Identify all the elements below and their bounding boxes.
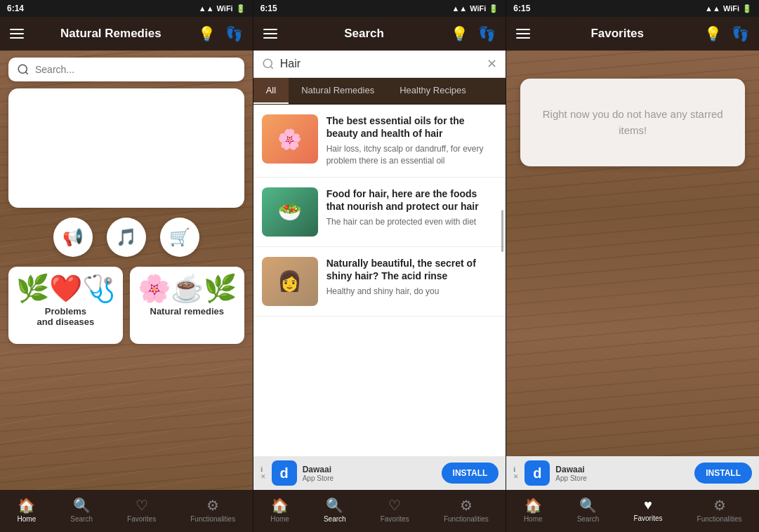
hair-search-input[interactable] bbox=[280, 58, 482, 70]
menu-icon[interactable] bbox=[10, 29, 24, 39]
ad-text-2: Dawaai App Store bbox=[303, 465, 436, 482]
problems-icon: 🌿❤️🩺 bbox=[16, 275, 115, 302]
clear-search-button[interactable]: ✕ bbox=[487, 56, 497, 72]
problems-diseases-card[interactable]: 🌿❤️🩺 Problems and diseases bbox=[8, 267, 123, 344]
nav-functionalities-3[interactable]: ⚙ Functionalities bbox=[697, 497, 742, 523]
tab-all[interactable]: All bbox=[253, 78, 289, 104]
search-bar-icon bbox=[262, 58, 275, 70]
ad-banner-3: ℹ✕ d Dawaai App Store INSTALL bbox=[506, 456, 759, 490]
home-icon: 🏠 bbox=[18, 497, 35, 514]
ad-text-3: Dawaai App Store bbox=[555, 465, 689, 482]
status-icons-2: ▲▲ WiFi 🔋 bbox=[451, 4, 499, 13]
nav-title-3: Favorites bbox=[590, 27, 644, 41]
content-card bbox=[8, 88, 244, 208]
favorites-content: Right now you do not have any starred it… bbox=[506, 51, 759, 456]
result-desc-2: The hair can be protected even with diet bbox=[326, 216, 498, 228]
svg-line-1 bbox=[25, 72, 27, 74]
result-title-3: Naturally beautiful, the secret of shiny… bbox=[326, 257, 498, 282]
result-thumb-2: 🥗 bbox=[262, 187, 318, 237]
nav-functionalities-1[interactable]: ⚙ Functionalities bbox=[190, 497, 235, 523]
megaphone-button[interactable]: 📢 bbox=[53, 218, 93, 257]
result-item-1[interactable]: 🌸 The best essential oils for the beauty… bbox=[253, 105, 506, 178]
nav-right-icons-2: 💡 👣 bbox=[451, 25, 496, 42]
result-text-3: Naturally beautiful, the secret of shiny… bbox=[326, 257, 498, 306]
menu-icon-2[interactable] bbox=[263, 29, 277, 39]
functionalities-label: Functionalities bbox=[190, 515, 235, 523]
nav-functionalities-2[interactable]: ⚙ Functionalities bbox=[444, 497, 489, 523]
home-content: 📢 🎵 🛒 🌿❤️🩺 Problems and diseases 🌸☕🌿 Nat… bbox=[0, 51, 253, 490]
empty-favorites-card: Right now you do not have any starred it… bbox=[520, 79, 745, 166]
svg-point-0 bbox=[18, 65, 27, 73]
nav-right-icons-1: 💡 👣 bbox=[198, 25, 243, 42]
nav-favorites-1[interactable]: ♡ Favorites bbox=[127, 497, 156, 523]
ad-store-2: App Store bbox=[303, 474, 436, 482]
search-input[interactable] bbox=[35, 64, 236, 75]
status-bar-2: 6:15 ▲▲ WiFi 🔋 bbox=[253, 0, 506, 17]
status-bar-1: 6:14 ▲▲ WiFi 🔋 bbox=[0, 0, 253, 17]
favorites-label: Favorites bbox=[127, 515, 156, 523]
status-icons-1: ▲▲ WiFi 🔋 bbox=[199, 4, 246, 13]
nav-home-1[interactable]: 🏠 Home bbox=[18, 497, 37, 523]
person-icon[interactable]: 👣 bbox=[225, 25, 243, 42]
result-item-2[interactable]: 🥗 Food for hair, here are the foods that… bbox=[253, 178, 506, 247]
search-tabs: All Natural Remedies Healthy Recipes bbox=[253, 78, 506, 105]
nav-bar-3: Favorites 💡 👣 bbox=[506, 17, 759, 51]
lightbulb-icon-3[interactable]: 💡 bbox=[704, 25, 722, 42]
remedies-label: Natural remedies bbox=[150, 306, 225, 317]
result-desc-3: Healthy and shiny hair, do you bbox=[326, 286, 498, 298]
ad-info-icon-3: ℹ✕ bbox=[513, 466, 519, 480]
result-text-2: Food for hair, here are the foods that n… bbox=[326, 187, 498, 237]
music-button[interactable]: 🎵 bbox=[107, 218, 146, 257]
home-label: Home bbox=[18, 515, 37, 523]
phone3-screen: 6:15 ▲▲ WiFi 🔋 Favorites 💡 👣 Right now y… bbox=[506, 0, 759, 532]
nav-search-1[interactable]: 🔍 Search bbox=[70, 497, 93, 523]
nav-home-2[interactable]: 🏠 Home bbox=[270, 497, 289, 523]
nav-search-2[interactable]: 🔍 Search bbox=[324, 497, 346, 523]
result-desc-1: Hair loss, itchy scalp or dandruff, for … bbox=[326, 143, 498, 167]
category-grid: 🌿❤️🩺 Problems and diseases 🌸☕🌿 Natural r… bbox=[8, 267, 244, 344]
ad-install-button-3[interactable]: INSTALL bbox=[694, 463, 752, 484]
nav-home-3[interactable]: 🏠 Home bbox=[524, 497, 543, 523]
svg-point-2 bbox=[263, 59, 272, 67]
nav-bar-1: Natural Remedies 💡 👣 bbox=[0, 17, 253, 51]
ad-store-3: App Store bbox=[555, 474, 689, 482]
empty-message: Right now you do not have any starred it… bbox=[543, 108, 723, 136]
search-icon bbox=[17, 63, 29, 76]
ad-banner-2: ℹ✕ d Dawaai App Store INSTALL bbox=[253, 456, 506, 490]
result-text-1: The best essential oils for the beauty a… bbox=[326, 114, 498, 167]
result-item-3[interactable]: 👩 Naturally beautiful, the secret of shi… bbox=[253, 247, 506, 317]
search-input-bar: ✕ bbox=[253, 51, 506, 78]
ad-app-icon-2: d bbox=[272, 460, 297, 486]
problems-label: Problems and diseases bbox=[37, 306, 95, 327]
functionalities-icon: ⚙ bbox=[206, 497, 219, 514]
search-results-list: 🌸 The best essential oils for the beauty… bbox=[253, 105, 506, 456]
natural-remedies-card[interactable]: 🌸☕🌿 Natural remedies bbox=[130, 267, 244, 344]
nav-title-2: Search bbox=[344, 27, 384, 41]
person-icon-2[interactable]: 👣 bbox=[478, 25, 496, 42]
remedies-icon: 🌸☕🌿 bbox=[138, 275, 237, 302]
nav-favorites-2[interactable]: ♡ Favorites bbox=[381, 497, 409, 523]
result-thumb-3: 👩 bbox=[262, 257, 318, 306]
search-nav-label: Search bbox=[70, 515, 93, 523]
person-icon-3[interactable]: 👣 bbox=[732, 25, 749, 42]
time-1: 6:14 bbox=[7, 4, 24, 13]
bottom-nav-1: 🏠 Home 🔍 Search ♡ Favorites ⚙ Functional… bbox=[0, 490, 253, 532]
nav-title-1: Natural Remedies bbox=[60, 27, 161, 41]
time-2: 6:15 bbox=[260, 4, 277, 13]
cart-button[interactable]: 🛒 bbox=[160, 218, 199, 257]
ad-app-name-3: Dawaai bbox=[555, 465, 689, 474]
result-title-1: The best essential oils for the beauty a… bbox=[326, 114, 498, 140]
ad-app-icon-3: d bbox=[524, 460, 550, 486]
menu-icon-3[interactable] bbox=[516, 29, 530, 39]
ad-info-icon: ℹ✕ bbox=[260, 466, 266, 480]
nav-search-3[interactable]: 🔍 Search bbox=[577, 497, 600, 523]
tab-natural-remedies[interactable]: Natural Remedies bbox=[289, 78, 387, 104]
nav-favorites-3[interactable]: ♥ Favorites bbox=[633, 497, 662, 522]
tab-healthy-recipes[interactable]: Healthy Recipes bbox=[387, 78, 479, 104]
bottom-nav-3: 🏠 Home 🔍 Search ♥ Favorites ⚙ Functional… bbox=[506, 490, 759, 532]
bottom-nav-2: 🏠 Home 🔍 Search ♡ Favorites ⚙ Functional… bbox=[253, 490, 506, 532]
lightbulb-icon[interactable]: 💡 bbox=[198, 25, 216, 42]
lightbulb-icon-2[interactable]: 💡 bbox=[451, 25, 468, 42]
ad-app-name-2: Dawaai bbox=[303, 465, 436, 474]
ad-install-button-2[interactable]: INSTALL bbox=[442, 463, 499, 484]
